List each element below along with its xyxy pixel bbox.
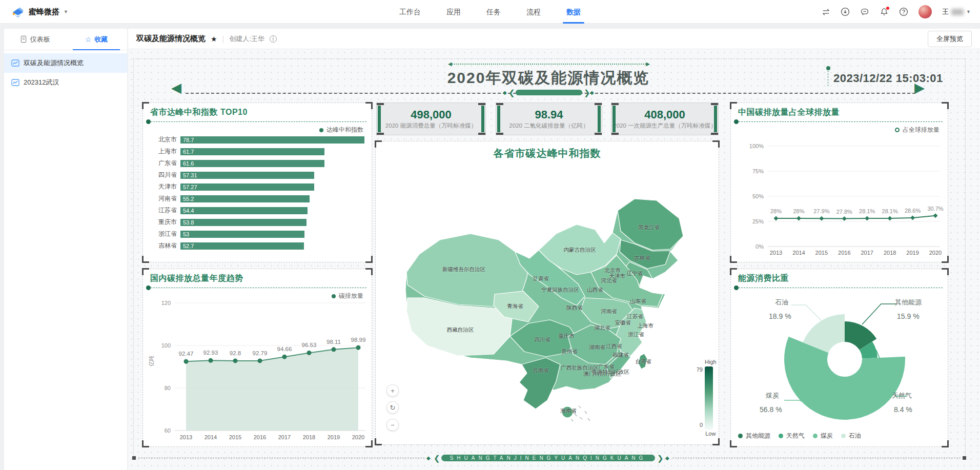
notification-badge [886, 7, 889, 10]
bar: 53 [180, 231, 304, 238]
dashboard-canvas: ◀▶ 2020年双碳及能源情况概览 ◀ ▶ ◆ ❮ ❯ ◆ 2023/12/22… [128, 49, 980, 470]
switch-icon[interactable] [821, 7, 830, 16]
panel-china-map: 各省市碳达峰中和指数 [375, 141, 719, 445]
nav-item-应用[interactable]: 应用 [446, 0, 461, 24]
favorite-star-icon[interactable]: ★ [211, 35, 217, 43]
svg-text:2016: 2016 [254, 434, 266, 440]
china-map[interactable] [376, 182, 720, 423]
svg-text:92.8: 92.8 [230, 350, 241, 356]
svg-text:2017: 2017 [278, 434, 291, 440]
kpi-value: 408,000 [644, 108, 685, 121]
kpi-cap-br [478, 133, 485, 135]
pie-legend-石油[interactable]: 石油 [841, 432, 861, 440]
sidebar-tab-仪表板[interactable]: 仪表板 [4, 29, 66, 50]
dashboard-title: 双碳及能源情况概览 [136, 34, 206, 44]
bar-chart-plot: 北京市78.7上海市61.7广东省61.6四川省57.31天津市57.27河南省… [150, 134, 364, 258]
nav-item-流程[interactable]: 流程 [526, 0, 541, 24]
map-zoom-in-button[interactable]: + [386, 384, 399, 397]
frame-corner-right [963, 456, 966, 460]
user-menu[interactable]: 王 ▼ [942, 7, 971, 16]
svg-text:2013: 2013 [770, 250, 782, 256]
download-icon[interactable] [841, 7, 850, 16]
svg-text:60: 60 [165, 427, 171, 434]
kpi-value: 98.94 [535, 108, 563, 121]
top-nav: 工作台应用任务流程数据 [399, 0, 581, 24]
user-name: 王 [942, 7, 949, 16]
bar: 55.2 [180, 195, 310, 202]
kpi-cap-tr [595, 103, 602, 105]
nav-item-任务[interactable]: 任务 [486, 0, 501, 24]
bar-chart-legend[interactable]: 达峰中和指数 [319, 126, 363, 134]
nav-item-数据[interactable]: 数据 [566, 0, 581, 24]
favorites-star-icon: ☆ [85, 36, 92, 43]
sidebar-tab-收藏[interactable]: ☆收藏 [66, 29, 127, 50]
svg-text:2020: 2020 [929, 250, 942, 256]
pie-legend: 其他能源天然气煤炭石油 [738, 432, 861, 440]
sidebar-item-202312武汉[interactable]: 202312武汉 [4, 73, 127, 92]
main-area: 双碳及能源情况概览 ★ | 创建人:王华 i 全屏预览 ◀▶ 2020年双碳及能… [128, 29, 980, 470]
bar-category-label: 重庆市 [150, 218, 177, 227]
bar-track: 57.27 [180, 183, 364, 191]
bar-row-天津市: 天津市57.27 [150, 181, 364, 193]
info-icon[interactable]: i [270, 35, 277, 43]
legend-label: 天然气 [786, 432, 805, 440]
svg-text:2014: 2014 [792, 250, 805, 256]
ornament-center-bar [516, 90, 582, 95]
svg-text:28.1%: 28.1% [882, 208, 898, 214]
bottom-diamond-left: ◆ [426, 456, 431, 461]
svg-text:亿吨: 亿吨 [148, 355, 154, 366]
help-icon[interactable] [899, 7, 908, 16]
bar-category-label: 广东省 [150, 159, 177, 168]
sidebar-item-双碳及能源情况概览[interactable]: 双碳及能源情况概览 [4, 53, 127, 73]
map-zoom-out-button[interactable]: − [386, 419, 399, 431]
svg-text:2015: 2015 [815, 250, 828, 256]
app-brand[interactable]: 蜜蜂微搭 ▼ [11, 0, 68, 24]
line-chart-plot: 100%75%50%25%0%28%201328%201427.9%201527… [731, 103, 949, 263]
bar-category-label: 天津市 [150, 182, 177, 191]
bar-track: 78.7 [180, 136, 364, 144]
kpi-bracket-right [598, 106, 601, 132]
bottom-banner: SHUANGTANJINENGYUANQINGKUANG [441, 455, 655, 461]
bar-row-吉林省: 吉林省52.7 [150, 240, 364, 252]
message-icon[interactable] [860, 7, 869, 16]
user-avatar[interactable] [918, 5, 932, 18]
tab-label: 仪表板 [30, 35, 50, 44]
notification-bell-icon[interactable] [880, 7, 889, 16]
frame-corner-left [132, 456, 136, 460]
svg-text:2019: 2019 [328, 434, 340, 440]
map-reset-button[interactable]: ↻ [386, 401, 399, 414]
sidebar-item-label: 双碳及能源情况概览 [24, 58, 84, 68]
pie-legend-天然气[interactable]: 天然气 [779, 432, 805, 440]
bar-track: 54.4 [180, 207, 364, 214]
svg-text:2018: 2018 [884, 250, 896, 256]
ornament-chevron-left: ❮ [508, 89, 515, 96]
svg-text:2019: 2019 [906, 250, 918, 256]
kpi-bracket-right [481, 106, 484, 132]
kpi-cap-bl [377, 133, 384, 135]
user-name-redacted [951, 9, 964, 15]
sidebar-item-label: 202312武汉 [24, 78, 59, 87]
bar: 52.7 [180, 242, 304, 250]
scroll-left-arrow-icon[interactable]: ◀ [171, 81, 181, 94]
kpi-cap-tl [611, 103, 619, 105]
legend-dot [813, 434, 818, 438]
pie-legend-其他能源[interactable]: 其他能源 [738, 432, 770, 440]
bottom-dash-right [672, 458, 961, 458]
bottom-chevron-left: ❮ [434, 454, 440, 462]
fullscreen-preview-button[interactable]: 全屏预览 [928, 31, 972, 47]
dashboard-chart-icon [11, 59, 19, 67]
kpi-bracket-left [612, 106, 616, 132]
kpi-card-1: 498,0002020 能源消费总量（万吨标准煤） [376, 103, 486, 135]
bar: 54.4 [180, 207, 308, 214]
svg-text:28.1%: 28.1% [859, 208, 875, 214]
kpi-cap-bl [611, 133, 619, 135]
nav-item-工作台[interactable]: 工作台 [399, 0, 421, 24]
bar: 78.7 [180, 136, 364, 144]
kpi-cap-tl [377, 103, 384, 105]
legend-dot [738, 434, 743, 438]
svg-text:0%: 0% [756, 243, 764, 250]
pie-label-石油: 石油 [775, 298, 788, 307]
pie-legend-煤炭[interactable]: 煤炭 [813, 432, 833, 440]
svg-text:80: 80 [165, 385, 171, 391]
bar-track: 52.7 [180, 242, 364, 250]
